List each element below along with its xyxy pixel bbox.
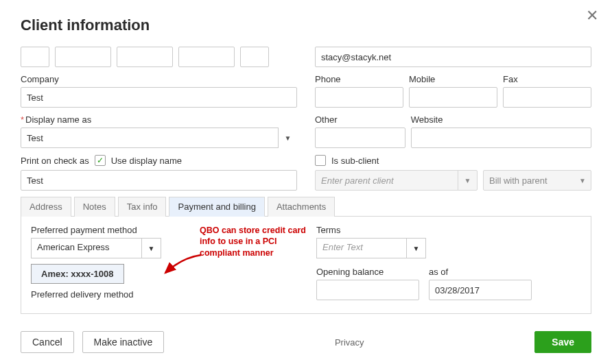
tab-bar: Address Notes Tax info Payment and billi… bbox=[21, 196, 591, 217]
terms-placeholder: Enter Text bbox=[317, 239, 406, 258]
save-button[interactable]: Save bbox=[534, 331, 591, 353]
print-on-check-label: Print on check as bbox=[21, 156, 89, 166]
tab-tax-info[interactable]: Tax info bbox=[118, 197, 167, 217]
mobile-label: Mobile bbox=[409, 74, 497, 84]
email-input[interactable] bbox=[315, 47, 591, 67]
stored-card-button[interactable]: Amex: xxxx-1008 bbox=[31, 264, 124, 284]
make-inactive-button[interactable]: Make inactive bbox=[82, 331, 165, 353]
is-sub-client-label: Is sub-client bbox=[331, 156, 379, 166]
close-icon[interactable]: ✕ bbox=[586, 8, 598, 23]
name-last-input[interactable] bbox=[178, 47, 235, 67]
annotation-arrow-icon bbox=[161, 252, 204, 278]
display-name-label: Display name as bbox=[21, 114, 297, 125]
tab-panel-payment: Preferred payment method American Expres… bbox=[21, 217, 591, 314]
phone-label: Phone bbox=[315, 74, 403, 84]
tab-address[interactable]: Address bbox=[21, 197, 71, 217]
opening-balance-label: Opening balance bbox=[316, 267, 419, 277]
chevron-down-icon[interactable]: ▼ bbox=[574, 171, 591, 190]
name-title-input[interactable] bbox=[21, 47, 49, 67]
is-sub-client-checkbox[interactable]: ✓ bbox=[315, 155, 326, 166]
use-display-name-checkbox[interactable]: ✓ bbox=[95, 155, 106, 166]
opening-balance-input[interactable] bbox=[316, 280, 419, 300]
other-label: Other bbox=[315, 114, 405, 125]
name-suffix-input[interactable] bbox=[240, 47, 269, 67]
tab-attachments[interactable]: Attachments bbox=[268, 197, 335, 217]
other-input[interactable] bbox=[315, 128, 405, 148]
chevron-down-icon[interactable]: ▼ bbox=[141, 239, 161, 258]
as-of-label: as of bbox=[429, 267, 532, 277]
cancel-button[interactable]: Cancel bbox=[21, 331, 74, 353]
phone-input[interactable] bbox=[315, 87, 403, 108]
website-label: Website bbox=[411, 114, 591, 125]
footer: Cancel Make inactive Privacy Save bbox=[21, 331, 591, 353]
bill-with-parent-select[interactable]: Bill with parent ▼ bbox=[483, 170, 591, 191]
bill-with-parent-label: Bill with parent bbox=[489, 175, 548, 186]
use-display-name-label: Use display name bbox=[111, 156, 182, 166]
chevron-down-icon[interactable]: ▼ bbox=[278, 128, 297, 148]
terms-select[interactable]: Enter Text ▼ bbox=[316, 238, 426, 258]
as-of-date-input[interactable] bbox=[429, 280, 532, 300]
left-column: Company Display name as ▼ Print on check… bbox=[21, 47, 297, 191]
terms-label: Terms bbox=[316, 225, 581, 235]
name-first-input[interactable] bbox=[55, 47, 111, 67]
company-input[interactable] bbox=[21, 87, 297, 108]
parent-client-select[interactable]: Enter parent client ▼ bbox=[315, 170, 478, 191]
preferred-payment-method-value: American Express bbox=[32, 239, 141, 258]
page-title: Client information bbox=[21, 16, 591, 34]
chevron-down-icon[interactable]: ▼ bbox=[406, 239, 425, 258]
name-middle-input[interactable] bbox=[117, 47, 173, 67]
parent-client-placeholder: Enter parent client bbox=[321, 175, 394, 186]
preferred-payment-method-select[interactable]: American Express ▼ bbox=[31, 238, 161, 258]
tab-payment-billing[interactable]: Payment and billing bbox=[169, 197, 264, 217]
fax-label: Fax bbox=[503, 74, 591, 84]
company-label: Company bbox=[21, 74, 297, 84]
print-on-check-input bbox=[21, 170, 297, 191]
display-name-select[interactable] bbox=[21, 128, 297, 148]
mobile-input[interactable] bbox=[409, 87, 497, 108]
right-column: Phone Mobile Fax Other Website ✓ bbox=[315, 47, 591, 191]
preferred-delivery-method-label: Preferred delivery method bbox=[31, 289, 298, 300]
privacy-link[interactable]: Privacy bbox=[164, 337, 534, 348]
chevron-down-icon[interactable]: ▼ bbox=[458, 171, 477, 190]
website-input[interactable] bbox=[411, 128, 591, 148]
tab-notes[interactable]: Notes bbox=[74, 197, 115, 217]
fax-input[interactable] bbox=[503, 87, 591, 108]
annotation-text: QBO can store credit card info to use in… bbox=[200, 225, 316, 258]
